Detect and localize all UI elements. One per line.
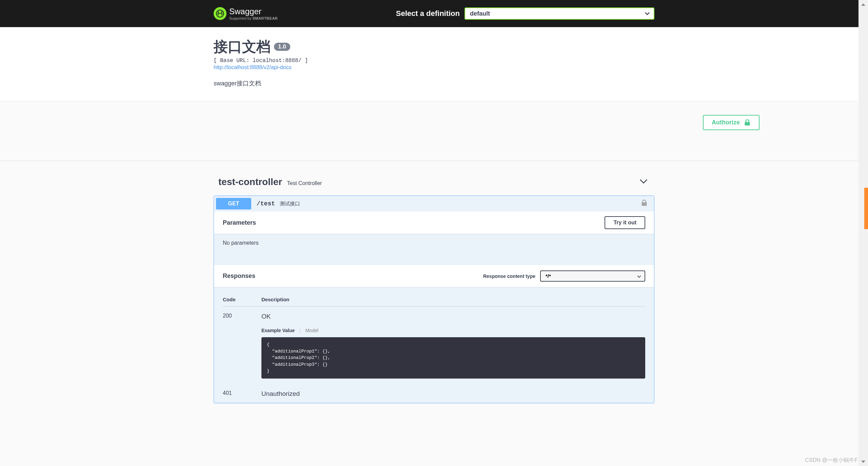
api-title: 接口文档	[214, 37, 271, 56]
section-divider	[0, 161, 868, 161]
scrollbar-thumb[interactable]	[864, 188, 868, 229]
response-row: 200 OK Example Value | Model { "addition…	[223, 307, 645, 384]
tag-name: test-controller	[218, 177, 282, 187]
responses-title: Responses	[223, 272, 255, 280]
operation-block: GET /test 测试接口 Parameters Try it out No …	[214, 196, 654, 403]
parameters-header: Parameters Try it out	[214, 211, 654, 234]
operation-path: /test	[257, 200, 275, 207]
responses-header: Responses Response content type */*	[214, 265, 654, 287]
column-header-code: Code	[223, 297, 261, 302]
version-badge: 1.0	[274, 43, 290, 51]
base-url: [ Base URL: localhost:8888/ ]	[214, 58, 654, 64]
authorize-button[interactable]: Authorize	[703, 115, 760, 130]
response-description: Unauthorized	[261, 390, 645, 398]
response-code: 200	[223, 313, 261, 379]
responses-table: Code Description 200 OK Example Value | …	[214, 287, 654, 403]
svg-point-2	[220, 13, 220, 14]
tab-example-value[interactable]: Example Value	[261, 328, 295, 333]
vertical-scrollbar[interactable]	[859, 0, 868, 403]
tag-header[interactable]: test-controller Test Controller	[214, 173, 654, 191]
swagger-icon	[214, 7, 226, 20]
response-row: 401 Unauthorized	[223, 384, 645, 403]
no-parameters-text: No parameters	[214, 234, 654, 265]
parameters-title: Parameters	[223, 219, 256, 226]
api-docs-link[interactable]: http://localhost:8888/v2/api-docs	[214, 64, 291, 70]
topbar: Swagger. Supported by SMARTBEAR Select a…	[0, 0, 868, 27]
operation-summary[interactable]: GET /test 测试接口	[214, 196, 654, 211]
method-badge-get: GET	[216, 198, 251, 209]
operation-summary-text: 测试接口	[280, 201, 300, 207]
definition-label: Select a definition	[396, 9, 460, 18]
definition-select[interactable]: default	[465, 7, 654, 20]
swagger-logo[interactable]: Swagger. Supported by SMARTBEAR	[214, 7, 278, 20]
logo-title: Swagger	[229, 7, 261, 16]
lock-icon	[744, 119, 751, 126]
svg-point-3	[220, 13, 221, 14]
response-content-type-select[interactable]: */*	[540, 270, 645, 282]
response-content-type-label: Response content type	[483, 273, 535, 279]
response-code: 401	[223, 390, 261, 398]
example-value-code[interactable]: { "additionalProp1": {}, "additionalProp…	[261, 337, 645, 379]
tab-model[interactable]: Model	[305, 328, 318, 333]
logo-sub-brand: SMARTBEAR	[253, 16, 278, 20]
definition-selector-area: Select a definition default	[396, 7, 654, 20]
svg-point-1	[219, 13, 219, 14]
info-section: 接口文档 1.0 [ Base URL: localhost:8888/ ] h…	[0, 27, 868, 101]
scroll-up-arrow[interactable]	[859, 0, 868, 9]
authorize-label: Authorize	[712, 119, 740, 126]
tag-description: Test Controller	[287, 180, 322, 186]
tab-separator: |	[299, 328, 301, 333]
logo-sub-prefix: Supported by	[229, 16, 253, 20]
response-description: OK	[261, 313, 645, 320]
api-description: swagger接口文档	[214, 79, 654, 87]
chevron-down-icon	[639, 179, 648, 185]
logo-text: Swagger. Supported by SMARTBEAR	[229, 7, 278, 20]
try-it-out-button[interactable]: Try it out	[605, 216, 645, 229]
lock-icon[interactable]	[641, 200, 647, 208]
column-header-description: Description	[261, 297, 645, 302]
